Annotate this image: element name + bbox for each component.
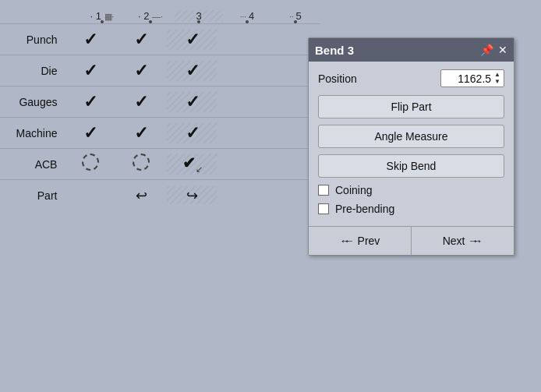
bend-panel: Bend 3 📌 ✕ Position 1162.5 ▲ ▼ Flip Part…: [308, 37, 514, 256]
cell-punch-2: [116, 30, 167, 50]
grid-row-machine: Machine: [0, 117, 320, 148]
cell-part-3: ↪: [167, 186, 217, 204]
cell-part-2: ↩: [116, 186, 167, 204]
cell-gauges-1: [65, 92, 115, 112]
row-label-die: Die: [0, 65, 65, 77]
pre-bending-checkbox-row[interactable]: Pre-bending: [318, 203, 504, 215]
row-label-punch: Punch: [0, 34, 65, 46]
cell-punch-1: [65, 30, 115, 50]
cell-machine-1: [65, 123, 115, 143]
flip-part-button[interactable]: Flip Part: [318, 95, 504, 118]
position-label: Position: [318, 72, 357, 85]
col-header-2: · 2 —·: [126, 10, 175, 22]
spin-up[interactable]: ▲: [494, 72, 500, 78]
cell-machine-3: [167, 123, 217, 143]
cell-die-1: [65, 61, 115, 81]
angle-measure-button[interactable]: Angle Measure: [318, 125, 504, 148]
grid-row-acb: ACB ✔↙: [0, 148, 320, 179]
grid-row-punch: Punch: [0, 23, 320, 55]
position-row: Position 1162.5 ▲ ▼: [318, 69, 504, 87]
next-button[interactable]: Next → →: [412, 227, 514, 255]
row-label-part: Part: [0, 189, 65, 202]
grid-row-part: Part ↩ ↪: [0, 179, 320, 210]
skip-bend-button[interactable]: Skip Bend: [318, 154, 504, 178]
cell-acb-1: [65, 154, 115, 175]
cell-gauges-3: [167, 92, 217, 112]
grid-row-gauges: Gauges: [0, 86, 320, 117]
panel-footer: ← ← Prev Next → →: [309, 226, 514, 255]
position-input-wrap[interactable]: 1162.5 ▲ ▼: [440, 69, 504, 87]
panel-title-icons: 📌 ✕: [480, 44, 507, 56]
position-value: 1162.5: [444, 72, 491, 85]
pin-icon[interactable]: 📌: [480, 44, 493, 56]
cell-gauges-2: [116, 92, 167, 112]
close-icon[interactable]: ✕: [498, 44, 507, 56]
col-header-5: ·· 5: [271, 10, 320, 22]
cell-punch-3: [167, 30, 217, 50]
cell-die-2: [116, 61, 167, 81]
spin-down[interactable]: ▼: [494, 79, 500, 85]
cell-machine-2: [116, 123, 167, 143]
position-spinner[interactable]: ▲ ▼: [494, 72, 500, 85]
row-label-gauges: Gauges: [0, 96, 65, 108]
col-header-3: 3: [175, 10, 223, 22]
prev-label: ← Prev: [344, 235, 380, 247]
coining-label: Coining: [335, 184, 372, 196]
coining-checkbox[interactable]: [318, 185, 329, 196]
prev-button[interactable]: ← ← Prev: [309, 227, 412, 255]
panel-title-bar: Bend 3 📌 ✕: [309, 38, 514, 62]
col-header-1: · 1 ▦·: [78, 10, 126, 22]
col-header-4: ··· 4: [223, 10, 271, 22]
row-label-machine: Machine: [0, 127, 65, 139]
next-arrow-icon: →: [472, 235, 483, 247]
pre-bending-label: Pre-bending: [335, 203, 394, 215]
cell-acb-3: ✔↙: [167, 154, 217, 175]
pre-bending-checkbox[interactable]: [318, 203, 329, 214]
panel-title: Bend 3: [315, 44, 354, 57]
coining-checkbox-row[interactable]: Coining: [318, 184, 504, 196]
cell-acb-2: [116, 154, 167, 175]
row-label-acb: ACB: [0, 158, 65, 171]
cell-die-3: [167, 61, 217, 81]
grid-area: · 1 ▦· · 2 —· 3 ··· 4 ·· 5 Punch: [0, 0, 320, 392]
grid-row-die: Die: [0, 55, 320, 86]
panel-content: Position 1162.5 ▲ ▼ Flip Part Angle Meas…: [309, 62, 514, 223]
